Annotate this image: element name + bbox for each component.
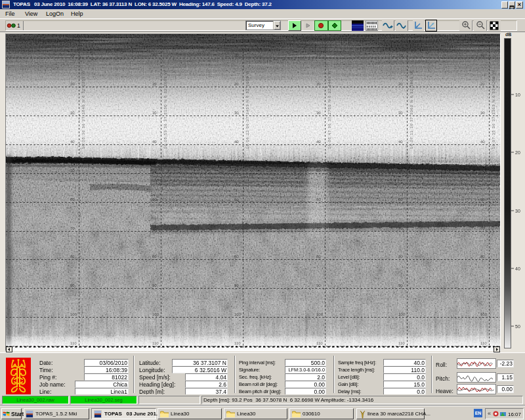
svg-text:20: 20 (234, 82, 239, 86)
svg-text:60: 60 (152, 198, 157, 201)
svg-text:20: 20 (70, 82, 75, 86)
svg-text:40: 40 (515, 266, 520, 271)
svg-text:30: 30 (480, 111, 485, 115)
svg-text:40: 40 (480, 140, 485, 144)
svg-text:110: 110 (234, 341, 241, 345)
svg-text:100: 100 (70, 312, 77, 316)
svg-text:70: 70 (234, 226, 239, 230)
svg-text:60: 60 (398, 198, 403, 201)
svg-text:100: 100 (152, 312, 159, 316)
svg-text:90: 90 (70, 284, 75, 287)
svg-text:80: 80 (234, 255, 239, 259)
svg-text:70: 70 (70, 226, 75, 230)
svg-text:90: 90 (316, 284, 321, 287)
svg-text:50: 50 (234, 169, 239, 173)
svg-text:90: 90 (480, 284, 485, 287)
svg-text:60: 60 (234, 198, 239, 201)
svg-text:100: 100 (398, 312, 406, 316)
svg-text:70: 70 (316, 226, 321, 230)
svg-text:60: 60 (70, 198, 75, 201)
svg-text:100: 100 (316, 312, 324, 316)
svg-text:16:05:59 36 37.2150 N 6 32.266: 16:05:59 36 37.2150 N 6 32.2669 W (163, 70, 167, 149)
svg-text:30: 30 (152, 111, 157, 115)
svg-text:16:07:35 36 37.3363 N 6 32.426: 16:07:35 36 37.3363 N 6 32.4269 W (492, 70, 495, 149)
svg-text:50: 50 (152, 169, 157, 173)
svg-text:16:07:11 36 37.3060 N 6 32.386: 16:07:11 36 37.3060 N 6 32.3869 W (410, 71, 413, 149)
svg-text:80: 80 (152, 255, 157, 259)
svg-text:10: 10 (234, 53, 239, 57)
svg-text:110: 110 (316, 341, 323, 345)
svg-text:90: 90 (398, 284, 403, 287)
svg-text:20: 20 (480, 82, 485, 86)
svg-text:90: 90 (152, 284, 157, 287)
svg-text:60: 60 (316, 198, 321, 201)
svg-text:90: 90 (234, 284, 239, 287)
svg-text:40: 40 (316, 140, 321, 144)
svg-text:40: 40 (152, 140, 157, 144)
svg-text:16:06:47 36 37.2756 N 6 32.346: 16:06:47 36 37.2756 N 6 32.3469 W (327, 70, 331, 149)
svg-text:110: 110 (480, 341, 487, 345)
svg-text:50: 50 (70, 169, 75, 173)
svg-text:50: 50 (398, 169, 403, 173)
svg-text:50: 50 (316, 169, 321, 173)
svg-text:40: 40 (70, 140, 75, 144)
svg-text:10: 10 (515, 93, 520, 97)
svg-text:40: 40 (234, 140, 239, 144)
svg-text:10: 10 (398, 53, 403, 57)
svg-text:50: 50 (515, 324, 520, 329)
svg-text:80: 80 (70, 255, 75, 259)
svg-text:60: 60 (480, 198, 485, 201)
svg-text:20: 20 (152, 82, 157, 86)
svg-text:30: 30 (70, 111, 75, 115)
svg-text:10: 10 (316, 53, 321, 57)
svg-text:100: 100 (234, 312, 242, 316)
svg-text:16:05:36 36 37.1846 N 6 32.226: 16:05:36 36 37.1846 N 6 32.2269 W (81, 70, 85, 149)
svg-text:80: 80 (316, 255, 321, 259)
svg-text:30: 30 (234, 111, 239, 115)
svg-text:20: 20 (398, 82, 403, 86)
svg-text:30: 30 (515, 209, 520, 213)
svg-text:10: 10 (480, 53, 485, 57)
svg-text:50: 50 (480, 169, 485, 173)
svg-text:80: 80 (398, 255, 403, 259)
svg-text:20: 20 (515, 150, 520, 155)
svg-text:110: 110 (152, 341, 159, 345)
svg-text:10: 10 (152, 53, 157, 57)
svg-text:80: 80 (480, 255, 485, 259)
svg-text:70: 70 (480, 226, 485, 230)
svg-text:110: 110 (398, 341, 405, 345)
svg-text:16:06:23 36 37.2453 N 6 32.306: 16:06:23 36 37.2453 N 6 32.3069 W (245, 70, 249, 149)
svg-text:110: 110 (70, 341, 77, 345)
svg-text:10: 10 (70, 53, 75, 57)
svg-text:40: 40 (398, 140, 403, 144)
svg-text:20: 20 (316, 82, 321, 86)
svg-text:70: 70 (398, 226, 403, 230)
svg-text:30: 30 (398, 111, 403, 115)
svg-text:70: 70 (152, 226, 157, 230)
svg-text:30: 30 (316, 111, 321, 115)
svg-text:100: 100 (480, 312, 488, 316)
